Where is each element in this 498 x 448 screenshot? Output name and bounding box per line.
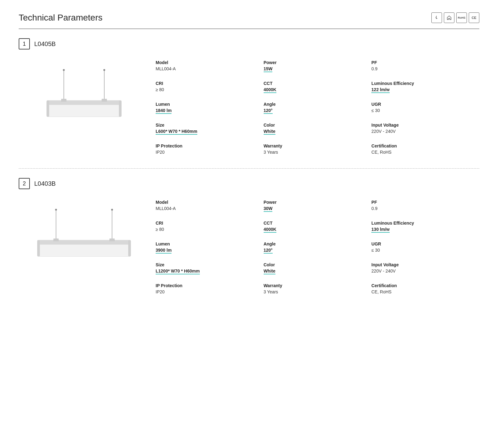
param-cell-1-2: PF0.9 bbox=[371, 195, 479, 216]
param-label-0-4: CCT bbox=[264, 81, 365, 86]
svg-rect-16 bbox=[37, 240, 131, 245]
param-cell-0-9: SizeL600* W70 * H60mm bbox=[156, 118, 264, 139]
param-value-0-6: 1840 lm bbox=[156, 108, 171, 114]
svg-rect-10 bbox=[102, 99, 107, 101]
param-label-0-12: IP Protection bbox=[156, 143, 257, 148]
param-label-1-6: Lumen bbox=[156, 241, 257, 246]
param-label-1-0: Model bbox=[156, 200, 257, 205]
param-label-1-5: Luminous Efficiency bbox=[371, 221, 473, 226]
param-label-0-9: Size bbox=[156, 123, 257, 128]
param-cell-1-11: Input Voltage220V - 240V bbox=[371, 258, 479, 279]
rohs-cert-icon: RoHS bbox=[456, 12, 467, 23]
param-cell-1-0: ModelMLL004-A bbox=[156, 195, 264, 216]
svg-rect-6 bbox=[48, 105, 120, 117]
product-2-name: L0403B bbox=[34, 180, 56, 187]
param-value-1-7: 120° bbox=[264, 248, 273, 254]
param-label-1-10: Color bbox=[264, 262, 365, 267]
param-label-0-10: Color bbox=[264, 123, 365, 128]
product-1-svg bbox=[28, 67, 140, 148]
param-cell-1-6: Lumen3900 lm bbox=[156, 237, 264, 258]
svg-rect-21 bbox=[110, 239, 115, 241]
cert-icons-container: RoHS CE bbox=[431, 12, 479, 23]
svg-rect-7 bbox=[47, 100, 49, 117]
param-label-1-9: Size bbox=[156, 262, 257, 267]
param-cell-1-7: Angle120° bbox=[264, 237, 372, 258]
param-value-0-9: L600* W70 * H60mm bbox=[156, 129, 197, 135]
param-value-1-4: 4000K bbox=[264, 227, 276, 233]
param-value-1-1: 30W bbox=[264, 206, 273, 212]
param-cell-0-1: Power15W bbox=[264, 56, 372, 77]
svg-point-12 bbox=[55, 209, 57, 211]
param-cell-0-4: CCT4000K bbox=[264, 77, 372, 97]
param-cell-1-1: Power30W bbox=[264, 195, 372, 216]
svg-rect-17 bbox=[39, 245, 129, 256]
product-1-name: L0405B bbox=[34, 40, 56, 48]
product-1-params: ModelMLL004-APower15WPF0.9CRI≥ 80CCT4000… bbox=[149, 56, 479, 159]
param-cell-1-10: ColorWhite bbox=[264, 258, 372, 279]
param-label-1-2: PF bbox=[371, 200, 473, 205]
param-cell-0-13: Warranty3 Years bbox=[264, 139, 372, 159]
param-value-1-3: ≥ 80 bbox=[156, 227, 257, 232]
param-value-0-13: 3 Years bbox=[264, 150, 365, 155]
param-value-1-8: ≤ 30 bbox=[371, 248, 473, 253]
param-cell-0-5: Luminous Efficiency122 lm/w bbox=[371, 77, 479, 97]
param-label-0-13: Warranty bbox=[264, 143, 365, 148]
product-2-svg bbox=[28, 207, 140, 287]
param-label-0-2: PF bbox=[371, 60, 473, 65]
product-section-2: 2 L0403B bbox=[19, 178, 479, 299]
param-label-1-13: Warranty bbox=[264, 283, 365, 288]
param-cell-1-12: IP ProtectionIP20 bbox=[156, 279, 264, 299]
param-label-1-3: CRI bbox=[156, 221, 257, 226]
param-value-0-7: 120° bbox=[264, 108, 273, 114]
svg-rect-5 bbox=[47, 100, 121, 105]
param-value-0-3: ≥ 80 bbox=[156, 87, 257, 92]
param-cell-1-14: CertificationCE, RoHS bbox=[371, 279, 479, 299]
flame-cert-icon bbox=[431, 12, 442, 23]
param-value-0-8: ≤ 30 bbox=[371, 108, 473, 113]
products-divider bbox=[19, 168, 479, 169]
param-label-0-11: Input Voltage bbox=[371, 123, 473, 128]
param-label-0-8: UGR bbox=[371, 102, 473, 107]
param-value-1-2: 0.9 bbox=[371, 206, 473, 211]
param-value-0-2: 0.9 bbox=[371, 66, 473, 71]
param-label-1-8: UGR bbox=[371, 241, 473, 246]
param-cell-0-14: CertificationCE, RoHS bbox=[371, 139, 479, 159]
param-cell-0-2: PF0.9 bbox=[371, 56, 479, 77]
param-label-1-7: Angle bbox=[264, 241, 365, 246]
param-label-0-5: Luminous Efficiency bbox=[371, 81, 473, 86]
param-label-0-0: Model bbox=[156, 60, 257, 65]
home-cert-icon bbox=[444, 12, 454, 23]
param-cell-1-5: Luminous Efficiency130 lm/w bbox=[371, 216, 479, 237]
product-1-body: ModelMLL004-APower15WPF0.9CRI≥ 80CCT4000… bbox=[19, 56, 479, 159]
param-value-1-10: White bbox=[264, 268, 275, 274]
svg-rect-19 bbox=[128, 240, 131, 256]
header-divider bbox=[19, 29, 479, 29]
param-value-1-5: 130 lm/w bbox=[371, 227, 389, 233]
param-cell-1-13: Warranty3 Years bbox=[264, 279, 372, 299]
product-2-header: 2 L0403B bbox=[19, 178, 479, 189]
param-label-0-14: Certification bbox=[371, 143, 473, 148]
param-value-1-9: L1200* W70 * H60mm bbox=[156, 268, 200, 274]
product-1-header: 1 L0405B bbox=[19, 38, 479, 49]
param-label-1-14: Certification bbox=[371, 283, 473, 288]
param-value-0-10: White bbox=[264, 129, 275, 135]
param-value-1-12: IP20 bbox=[156, 289, 257, 294]
ce-cert-icon: CE bbox=[469, 12, 479, 23]
product-2-image bbox=[19, 195, 149, 299]
param-value-1-13: 3 Years bbox=[264, 289, 365, 294]
svg-point-14 bbox=[111, 209, 113, 211]
param-label-1-12: IP Protection bbox=[156, 283, 257, 288]
param-cell-0-8: UGR≤ 30 bbox=[371, 97, 479, 118]
param-value-1-6: 3900 lm bbox=[156, 248, 171, 254]
param-label-1-11: Input Voltage bbox=[371, 262, 473, 267]
product-section-1: 1 L0405B bbox=[19, 38, 479, 159]
param-cell-0-3: CRI≥ 80 bbox=[156, 77, 264, 97]
param-cell-0-10: ColorWhite bbox=[264, 118, 372, 139]
param-label-1-4: CCT bbox=[264, 221, 365, 226]
param-label-0-7: Angle bbox=[264, 102, 365, 107]
param-value-0-14: CE, RoHS bbox=[371, 150, 473, 155]
svg-rect-18 bbox=[37, 240, 40, 256]
param-cell-0-11: Input Voltage220V - 240V bbox=[371, 118, 479, 139]
param-value-1-11: 220V - 240V bbox=[371, 268, 473, 273]
param-value-0-5: 122 lm/w bbox=[371, 87, 389, 93]
